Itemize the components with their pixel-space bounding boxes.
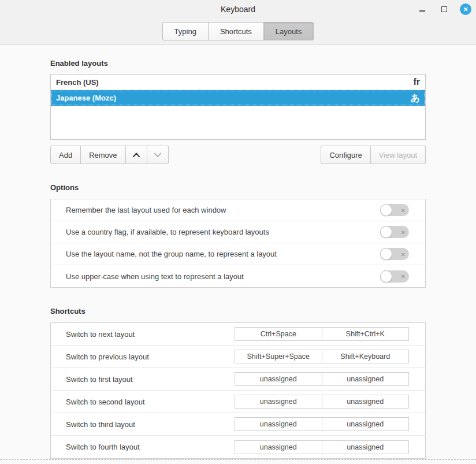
shortcut-row-fourth-layout: Switch to fourth layout unassigned unass… <box>51 436 425 458</box>
options-heading: Options <box>50 183 426 192</box>
option-row-remember-layout: Remember the last layout used for each w… <box>51 199 425 221</box>
enabled-layouts-heading: Enabled layouts <box>50 59 426 68</box>
shortcut-row-second-layout: Switch to second layout unassigned unass… <box>51 391 425 413</box>
country-flag-toggle[interactable]: × <box>380 226 409 238</box>
keybinding-button[interactable]: unassigned <box>322 440 410 454</box>
titlebar[interactable]: Keyboard ✕ <box>0 0 476 18</box>
minimize-icon <box>419 10 425 12</box>
keybinding-button[interactable]: Shift+Super+Space <box>235 350 322 363</box>
keybinding-button[interactable]: Shift+Keyboard <box>322 350 410 363</box>
keybinding-pair: Ctrl+Space Shift+Ctrl+K <box>235 327 409 341</box>
toggle-knob <box>380 226 392 238</box>
shortcut-label: Switch to next layout <box>66 330 135 339</box>
toggle-knob <box>380 204 392 216</box>
keybinding-button[interactable]: Ctrl+Space <box>235 327 322 341</box>
toggle-off-icon: × <box>401 229 405 235</box>
layout-tools-button-group: Configure View layout <box>321 146 426 164</box>
keybinding-pair: unassigned unassigned <box>235 440 409 454</box>
toggle-off-icon: × <box>401 207 405 213</box>
shortcuts-box: Switch to next layout Ctrl+Space Shift+C… <box>50 322 426 459</box>
chevron-up-icon <box>132 152 141 158</box>
layouts-page: Enabled layouts French (US) fr Japanese … <box>0 44 476 459</box>
enabled-layouts-list: French (US) fr Japanese (Mozc) あ <box>50 74 426 140</box>
shortcut-label: Switch to first layout <box>66 375 133 384</box>
keybinding-button[interactable]: unassigned <box>235 417 322 431</box>
keybinding-pair: Shift+Super+Space Shift+Keyboard <box>235 350 409 363</box>
configure-layout-button[interactable]: Configure <box>321 146 370 164</box>
shortcut-label: Switch to fourth layout <box>66 443 140 451</box>
keybinding-pair: unassigned unassigned <box>235 417 409 431</box>
remove-layout-button[interactable]: Remove <box>81 146 125 164</box>
overscroll-indicator <box>0 459 476 460</box>
option-label: Use upper-case when using text to repres… <box>66 272 244 281</box>
keybinding-button[interactable]: unassigned <box>322 417 410 431</box>
layout-edit-button-group: Add Remove <box>50 146 169 164</box>
keybinding-pair: unassigned unassigned <box>235 372 409 386</box>
tab-layouts[interactable]: Layouts <box>264 22 314 40</box>
keybinding-button[interactable]: unassigned <box>235 395 322 409</box>
option-row-layout-name: Use the layout name, not the group name,… <box>51 243 425 265</box>
shortcut-row-third-layout: Switch to third layout unassigned unassi… <box>51 413 425 436</box>
shortcut-row-next-layout: Switch to next layout Ctrl+Space Shift+C… <box>51 323 425 346</box>
maximize-button[interactable] <box>438 3 451 16</box>
keybinding-button[interactable]: unassigned <box>322 372 410 386</box>
move-layout-down-button[interactable] <box>147 146 169 164</box>
toggle-knob <box>380 248 392 260</box>
close-icon: ✕ <box>463 6 468 13</box>
shortcut-label: Switch to second layout <box>66 398 145 406</box>
option-label: Use the layout name, not the group name,… <box>66 250 277 258</box>
upper-case-toggle[interactable]: × <box>380 270 409 283</box>
layout-actions-bar: Add Remove Configure View layout <box>50 146 426 164</box>
toggle-knob <box>380 270 392 283</box>
tab-shortcuts[interactable]: Shortcuts <box>209 22 264 40</box>
move-layout-up-button[interactable] <box>126 146 147 164</box>
window-title: Keyboard <box>221 5 255 14</box>
layout-name-toggle[interactable]: × <box>380 248 409 260</box>
layout-name: Japanese (Mozc) <box>56 94 116 102</box>
tab-bar: Typing Shortcuts Layouts <box>0 18 476 44</box>
keybinding-button[interactable]: unassigned <box>235 372 322 386</box>
layout-name: French (US) <box>56 78 99 87</box>
option-row-upper-case: Use upper-case when using text to repres… <box>51 265 425 287</box>
window-header: Keyboard ✕ Typing Shortcuts Layouts <box>0 0 476 44</box>
layout-indicator-glyph: fr <box>413 77 420 87</box>
toggle-off-icon: × <box>401 251 405 257</box>
view-layout-button[interactable]: View layout <box>371 146 426 164</box>
options-box: Remember the last layout used for each w… <box>50 199 426 288</box>
minimize-button[interactable] <box>416 3 429 16</box>
keybinding-button[interactable]: Shift+Ctrl+K <box>322 327 410 341</box>
shortcut-label: Switch to previous layout <box>66 352 149 361</box>
maximize-icon <box>441 6 447 12</box>
add-layout-button[interactable]: Add <box>50 146 81 164</box>
toggle-off-icon: × <box>401 273 405 280</box>
option-label: Use a country flag, if available, to rep… <box>66 228 269 236</box>
option-row-country-flag: Use a country flag, if available, to rep… <box>51 221 425 243</box>
remember-layout-toggle[interactable]: × <box>380 204 409 216</box>
shortcut-row-first-layout: Switch to first layout unassigned unassi… <box>51 368 425 391</box>
layout-row-french[interactable]: French (US) fr <box>51 75 425 90</box>
keybinding-pair: unassigned unassigned <box>235 395 409 409</box>
keybinding-button[interactable]: unassigned <box>235 440 322 454</box>
actions-spacer <box>169 146 321 164</box>
close-button[interactable]: ✕ <box>460 3 471 15</box>
layout-row-japanese[interactable]: Japanese (Mozc) あ <box>51 90 425 106</box>
chevron-down-icon <box>153 152 162 158</box>
layout-indicator-glyph: あ <box>411 94 420 103</box>
shortcuts-heading: Shortcuts <box>50 307 426 315</box>
shortcut-row-previous-layout: Switch to previous layout Shift+Super+Sp… <box>51 346 425 368</box>
shortcut-label: Switch to third layout <box>66 420 135 429</box>
keybinding-button[interactable]: unassigned <box>322 395 410 409</box>
option-label: Remember the last layout used for each w… <box>66 206 226 214</box>
window-controls: ✕ <box>416 0 471 18</box>
tab-typing[interactable]: Typing <box>162 22 209 40</box>
